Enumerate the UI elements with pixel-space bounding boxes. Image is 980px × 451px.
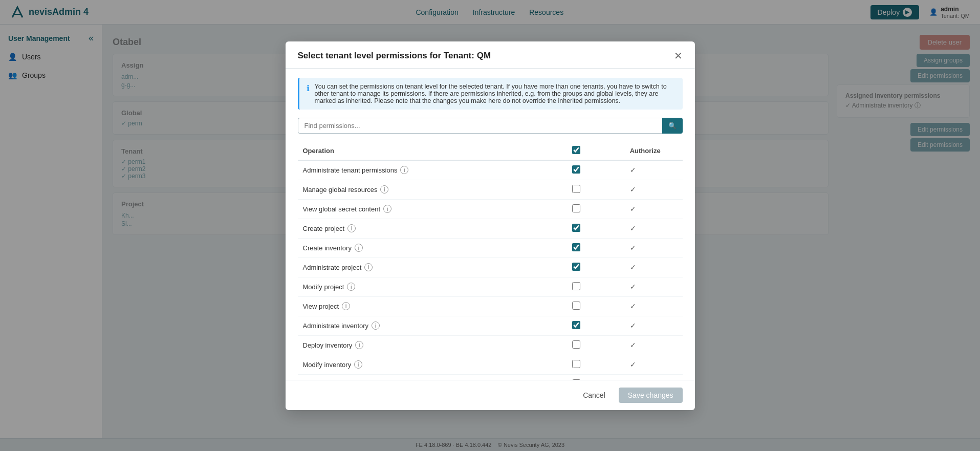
perm-checkbox-5[interactable] bbox=[572, 263, 580, 271]
table-row: Deploy inventory i✓ bbox=[298, 335, 683, 355]
modal-body: ℹ You can set the permissions on tenant … bbox=[286, 69, 695, 380]
modal-overlay: Select tenant level permissions for Tena… bbox=[0, 0, 980, 451]
info-circle-2[interactable]: i bbox=[383, 205, 391, 213]
search-icon: 🔍 bbox=[668, 122, 677, 130]
cancel-button[interactable]: Cancel bbox=[576, 388, 613, 403]
checkmark-5: ✓ bbox=[630, 263, 636, 271]
col-selectall-header bbox=[567, 142, 625, 160]
table-row: Create inventory i✓ bbox=[298, 238, 683, 257]
op-name-7: View project i bbox=[303, 302, 562, 310]
modal-close-button[interactable]: ✕ bbox=[674, 51, 683, 61]
permissions-table: Operation Authorize Administrate tenant … bbox=[298, 142, 683, 380]
table-row: Manage global resources i✓ bbox=[298, 180, 683, 199]
save-button[interactable]: Save changes bbox=[619, 388, 683, 403]
info-circle-0[interactable]: i bbox=[400, 166, 408, 174]
checkmark-8: ✓ bbox=[630, 321, 636, 330]
table-row: Modify project i✓ bbox=[298, 277, 683, 296]
checkmark-10: ✓ bbox=[630, 360, 636, 369]
perm-checkbox-10[interactable] bbox=[572, 360, 580, 368]
checkmark-3: ✓ bbox=[630, 224, 636, 232]
modal-title: Select tenant level permissions for Tena… bbox=[298, 51, 491, 61]
table-row: View global secret content i✓ bbox=[298, 199, 683, 219]
search-row: 🔍 bbox=[298, 118, 683, 134]
info-icon: ℹ bbox=[307, 83, 310, 104]
table-row: Administrate project i✓ bbox=[298, 257, 683, 277]
table-row: Modify inventory i✓ bbox=[298, 355, 683, 374]
table-row: View project i✓ bbox=[298, 296, 683, 316]
info-circle-5[interactable]: i bbox=[364, 263, 373, 271]
col-authorize-header: Authorize bbox=[625, 142, 683, 160]
perm-checkbox-8[interactable] bbox=[572, 321, 580, 329]
op-name-3: Create project i bbox=[303, 224, 562, 232]
op-name-2: View global secret content i bbox=[303, 205, 562, 213]
checkmark-7: ✓ bbox=[630, 302, 636, 310]
checkmark-4: ✓ bbox=[630, 244, 636, 252]
checkmark-6: ✓ bbox=[630, 283, 636, 291]
info-circle-6[interactable]: i bbox=[347, 283, 355, 291]
perm-checkbox-1[interactable] bbox=[572, 185, 580, 193]
op-name-1: Manage global resources i bbox=[303, 185, 562, 194]
perm-checkbox-7[interactable] bbox=[572, 302, 580, 310]
op-name-6: Modify project i bbox=[303, 283, 562, 291]
select-all-checkbox[interactable] bbox=[572, 146, 580, 154]
table-row: View inventory i✓ bbox=[298, 374, 683, 380]
perm-checkbox-2[interactable] bbox=[572, 204, 580, 212]
info-circle-9[interactable]: i bbox=[355, 341, 363, 349]
modal-footer: Cancel Save changes bbox=[286, 380, 695, 410]
op-name-5: Administrate project i bbox=[303, 263, 562, 271]
search-button[interactable]: 🔍 bbox=[662, 118, 683, 134]
checkmark-0: ✓ bbox=[630, 166, 636, 174]
perm-checkbox-9[interactable] bbox=[572, 340, 580, 349]
info-circle-8[interactable]: i bbox=[372, 321, 380, 330]
col-operation-header: Operation bbox=[298, 142, 567, 160]
op-name-9: Deploy inventory i bbox=[303, 341, 562, 349]
table-row: Administrate tenant permissions i✓ bbox=[298, 160, 683, 180]
info-circle-1[interactable]: i bbox=[380, 185, 388, 194]
info-circle-7[interactable]: i bbox=[342, 302, 350, 310]
info-circle-3[interactable]: i bbox=[347, 224, 356, 232]
checkmark-2: ✓ bbox=[630, 205, 636, 213]
modal: Select tenant level permissions for Tena… bbox=[286, 41, 695, 410]
checkmark-1: ✓ bbox=[630, 185, 636, 194]
perm-checkbox-6[interactable] bbox=[572, 282, 580, 290]
table-row: Administrate inventory i✓ bbox=[298, 316, 683, 335]
perm-checkbox-4[interactable] bbox=[572, 243, 580, 251]
info-text: You can set the permissions on tenant le… bbox=[315, 83, 676, 104]
info-circle-10[interactable]: i bbox=[354, 360, 362, 369]
op-name-4: Create inventory i bbox=[303, 244, 562, 252]
info-circle-4[interactable]: i bbox=[355, 244, 363, 252]
search-input[interactable] bbox=[298, 118, 662, 134]
modal-header: Select tenant level permissions for Tena… bbox=[286, 41, 695, 69]
info-box: ℹ You can set the permissions on tenant … bbox=[298, 78, 683, 110]
perm-checkbox-0[interactable] bbox=[572, 165, 580, 174]
perm-checkbox-3[interactable] bbox=[572, 224, 580, 232]
op-name-0: Administrate tenant permissions i bbox=[303, 166, 562, 174]
op-name-8: Administrate inventory i bbox=[303, 321, 562, 330]
checkmark-9: ✓ bbox=[630, 341, 636, 349]
op-name-10: Modify inventory i bbox=[303, 360, 562, 369]
table-row: Create project i✓ bbox=[298, 219, 683, 238]
